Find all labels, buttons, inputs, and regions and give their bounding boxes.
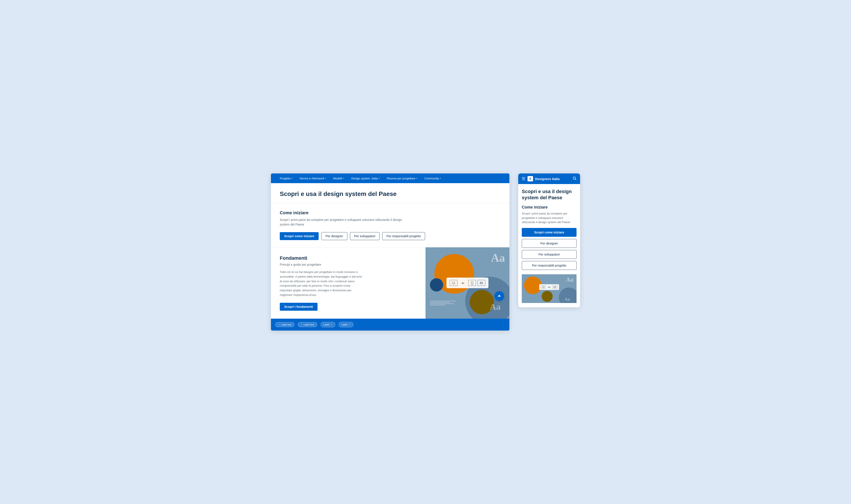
chip-label-4: Label — [342, 323, 348, 326]
fondamenti-content: Fondamenti Principi e guide per progetta… — [271, 247, 426, 319]
chevron-down-icon: ▾ — [379, 177, 380, 179]
m-monitor-icon — [541, 285, 546, 289]
navbar-label-progetto: Progetto — [280, 177, 291, 180]
m-aa-text: Aa — [566, 276, 573, 283]
chevron-down-icon: ▾ — [343, 177, 344, 179]
text-line-3 — [430, 303, 454, 304]
chevron-down-icon: ▾ — [416, 177, 417, 179]
mobile-logo: it — [527, 176, 533, 181]
navbar-item-progetto[interactable]: Progetto ▾ — [276, 174, 296, 183]
m-decoration-dark — [542, 291, 553, 302]
text-line-2 — [430, 302, 450, 303]
m-device-icons: Aa — [539, 284, 559, 290]
mobile-scopri-come-iniziare-button[interactable]: Scopri come iniziare — [522, 228, 576, 237]
desktop-window: Progetto ▾ Norme e riferimenti ▾ Modelli… — [271, 174, 509, 330]
come-iniziare-buttons: Scopri come iniziare Per designer Per sv… — [280, 232, 501, 240]
fondamenti-image: Aa Aa Aa — [426, 247, 509, 319]
chip-label-3: Label — [324, 323, 329, 326]
hamburger-icon[interactable]: ☰ — [522, 176, 525, 181]
mobile-per-responsabili-button[interactable]: Per responsabili progetto — [522, 261, 576, 270]
fondamenti-title: Fondamenti — [280, 255, 417, 261]
svg-point-7 — [573, 177, 576, 179]
navbar-item-risorse[interactable]: Risorse per progettare ▾ — [383, 174, 421, 183]
chevron-down-icon: ▾ — [440, 177, 441, 179]
m-aa-bottom-text: Aa — [565, 297, 570, 302]
chevron-down-icon: ▾ — [292, 177, 293, 179]
mobile-per-designer-button[interactable]: Per designer — [522, 239, 576, 248]
tablet-icon — [468, 280, 476, 286]
text-lines-decoration — [430, 301, 456, 305]
scopri-fondamenti-button[interactable]: Scopri i fondamenti — [280, 303, 317, 311]
fondamenti-subtitle: Principi e guide per progettare — [280, 263, 417, 266]
chip-icon-2: ○ — [301, 323, 302, 326]
page-wrapper: Progetto ▾ Norme e riferimenti ▾ Modelli… — [271, 174, 580, 330]
chip-label-1: Label text — [281, 323, 292, 326]
navbar-label-modelli: Modelli — [333, 177, 342, 180]
mobile-brand: Designers Italia — [535, 177, 560, 181]
come-iniziare-title: Come iniziare — [280, 210, 501, 215]
chip-label-2: Label text — [303, 323, 314, 326]
chip-label-text-2[interactable]: ○ Label text — [298, 322, 317, 327]
chip-label-text-3[interactable]: Label × — [320, 322, 335, 327]
navbar-label-design-system: Design system .Italia — [351, 177, 378, 180]
mobile-fondamenti-image: Aa Aa — [522, 274, 576, 303]
mobile-per-sviluppatori-button[interactable]: Per sviluppatori — [522, 250, 576, 259]
chevron-down-icon: ▾ — [325, 177, 326, 179]
mobile-search-icon[interactable] — [573, 176, 576, 181]
text-line-1 — [430, 301, 456, 302]
come-iniziare-desc: Scopri i primi passi da compiere per pro… — [280, 218, 403, 227]
svg-line-8 — [575, 179, 576, 180]
hero-title: Scopri e usa il design system del Paese — [280, 190, 501, 198]
navbar-label-community: Community — [424, 177, 439, 180]
mobile-header: ☰ it Designers Italia — [518, 174, 580, 184]
device-icons-group: Aa — [447, 277, 488, 288]
text-line-4 — [430, 305, 445, 305]
monitor-icon — [450, 280, 457, 286]
m-aa-icon: Aa — [547, 285, 552, 289]
svg-point-4 — [472, 284, 472, 284]
per-designer-button[interactable]: Per designer — [321, 232, 347, 240]
chip-close-4[interactable]: × — [349, 323, 350, 326]
per-sviluppatori-button[interactable]: Per sviluppatori — [350, 232, 380, 240]
fondamenti-wrapper: Fondamenti Principi e guide per progetta… — [271, 247, 509, 319]
svg-rect-0 — [452, 282, 455, 284]
fondamenti-section: Fondamenti Principi e guide per progetta… — [271, 247, 509, 319]
navbar-item-design-system[interactable]: Design system .Italia ▾ — [348, 174, 383, 183]
arrow-up-icon — [497, 294, 502, 298]
mobile-content: Scopri e usa il design system del Paese … — [518, 184, 580, 307]
m-image-icon — [553, 285, 557, 289]
mobile-come-iniziare-desc: Scopri i primi passi da compiere per pro… — [522, 211, 576, 224]
chip-label-text-4[interactable]: Label × — [339, 322, 353, 327]
navbar-item-community[interactable]: Community ▾ — [421, 174, 445, 183]
navbar-label-risorse: Risorse per progettare — [387, 177, 415, 180]
svg-point-6 — [481, 283, 481, 283]
navbar-item-norme[interactable]: Norme e riferimenti ▾ — [296, 174, 330, 183]
scopri-come-iniziare-button[interactable]: Scopri come iniziare — [280, 232, 319, 240]
fondamenti-body: Tutto ciò di cui hai bisogno per progett… — [280, 270, 364, 298]
mobile-hero-title: Scopri e usa il design system del Paese — [522, 188, 576, 201]
navbar-item-modelli[interactable]: Modelli ▾ — [330, 174, 348, 183]
svg-rect-9 — [542, 286, 544, 288]
chip-icon-1: ○ — [278, 323, 280, 326]
aa-text-icon: Aa — [459, 280, 467, 286]
chip-label-text-1[interactable]: ○ Label text — [275, 322, 294, 327]
hero-section: Scopri e usa il design system del Paese — [271, 183, 509, 203]
per-responsabili-button[interactable]: Per responsabili progetto — [382, 232, 425, 240]
bottom-preview: ○ Label text ○ Label text Label × Label … — [271, 319, 509, 330]
navbar: Progetto ▾ Norme e riferimenti ▾ Modelli… — [271, 174, 509, 183]
decoration-aa-large: Aa — [491, 251, 505, 264]
image-icon — [477, 280, 485, 286]
come-iniziare-section: Come iniziare Scopri i primi passi da co… — [271, 203, 509, 247]
mobile-header-left: ☰ it Designers Italia — [522, 176, 559, 181]
scroll-up-button[interactable] — [494, 291, 504, 301]
mobile-window: ☰ it Designers Italia Scopri e usa il de… — [518, 174, 580, 307]
decoration-small-blue-circle — [430, 278, 443, 291]
navbar-label-norme: Norme e riferimenti — [300, 177, 324, 180]
decoration-aa-medium: Aa — [490, 302, 501, 312]
chip-close-3[interactable]: × — [331, 323, 332, 326]
m-decoration-orange — [524, 276, 542, 294]
mobile-come-iniziare-title: Come iniziare — [522, 205, 576, 210]
